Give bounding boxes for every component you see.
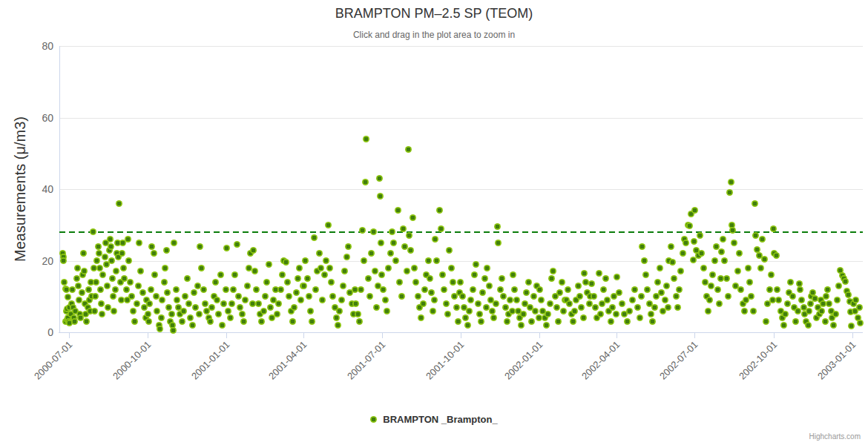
data-point[interactable] <box>275 300 282 307</box>
data-point[interactable] <box>671 275 677 282</box>
data-point[interactable] <box>832 311 839 317</box>
data-point[interactable] <box>494 223 501 230</box>
data-point[interactable] <box>457 279 464 286</box>
data-point[interactable] <box>490 314 497 321</box>
data-point[interactable] <box>766 286 773 293</box>
data-point[interactable] <box>530 293 537 300</box>
data-point[interactable] <box>227 314 234 321</box>
data-point[interactable] <box>662 297 668 303</box>
data-point[interactable] <box>752 200 758 207</box>
data-point[interactable] <box>151 250 157 257</box>
data-point[interactable] <box>99 271 106 278</box>
data-point[interactable] <box>61 279 68 286</box>
data-point[interactable] <box>237 304 243 311</box>
data-point[interactable] <box>108 257 115 264</box>
data-point[interactable] <box>421 286 428 293</box>
data-point[interactable] <box>173 286 180 293</box>
data-point[interactable] <box>376 175 383 182</box>
data-point[interactable] <box>228 300 235 307</box>
data-point[interactable] <box>830 322 837 329</box>
data-point[interactable] <box>565 286 571 293</box>
data-point[interactable] <box>85 286 92 293</box>
data-point[interactable] <box>125 257 132 264</box>
data-point[interactable] <box>157 326 163 332</box>
data-point[interactable] <box>179 318 185 325</box>
data-point[interactable] <box>113 268 119 274</box>
data-point[interactable] <box>207 318 214 325</box>
data-point[interactable] <box>187 314 194 321</box>
data-point[interactable] <box>736 250 743 257</box>
data-point[interactable] <box>545 311 551 317</box>
data-point[interactable] <box>737 286 744 293</box>
data-point[interactable] <box>566 300 573 307</box>
data-point[interactable] <box>135 283 142 289</box>
data-point[interactable] <box>486 283 493 289</box>
data-point[interactable] <box>427 275 433 282</box>
data-point[interactable] <box>74 265 81 271</box>
data-point[interactable] <box>697 232 703 239</box>
data-point[interactable] <box>289 318 296 325</box>
data-point[interactable] <box>180 308 187 314</box>
data-point[interactable] <box>359 227 366 234</box>
data-point[interactable] <box>263 279 270 286</box>
data-point[interactable] <box>676 286 683 293</box>
data-point[interactable] <box>504 318 510 325</box>
data-point[interactable] <box>462 314 469 321</box>
data-point[interactable] <box>297 297 304 303</box>
data-point[interactable] <box>789 293 796 300</box>
data-point[interactable] <box>219 322 226 329</box>
data-point[interactable] <box>648 311 654 317</box>
data-point[interactable] <box>728 179 734 185</box>
data-point[interactable] <box>158 314 165 321</box>
data-point[interactable] <box>104 283 111 289</box>
data-point[interactable] <box>663 283 670 289</box>
data-point[interactable] <box>677 268 684 274</box>
data-point[interactable] <box>782 311 789 317</box>
data-point[interactable] <box>220 300 227 307</box>
data-point[interactable] <box>136 240 142 246</box>
data-point[interactable] <box>708 283 714 289</box>
data-point[interactable] <box>215 311 222 317</box>
data-point[interactable] <box>555 318 562 325</box>
data-point[interactable] <box>372 268 378 274</box>
data-point[interactable] <box>439 271 446 278</box>
data-point[interactable] <box>163 247 170 254</box>
data-point[interactable] <box>596 270 602 277</box>
data-point[interactable] <box>116 200 122 207</box>
data-point[interactable] <box>168 311 175 317</box>
data-point[interactable] <box>543 322 550 329</box>
data-point[interactable] <box>431 297 438 303</box>
data-point[interactable] <box>279 271 286 278</box>
data-point[interactable] <box>373 304 380 311</box>
data-point[interactable] <box>286 293 292 300</box>
data-point[interactable] <box>698 250 705 257</box>
data-point[interactable] <box>637 314 643 321</box>
data-point[interactable] <box>570 318 576 325</box>
data-point[interactable] <box>378 240 384 246</box>
data-point[interactable] <box>407 247 414 254</box>
data-point[interactable] <box>842 278 849 285</box>
data-point[interactable] <box>428 289 435 296</box>
data-point[interactable] <box>624 318 631 325</box>
data-point[interactable] <box>511 286 518 293</box>
data-point[interactable] <box>380 286 387 293</box>
data-point[interactable] <box>631 286 638 293</box>
data-point[interactable] <box>244 283 251 289</box>
data-point[interactable] <box>400 225 407 232</box>
data-point[interactable] <box>641 257 648 264</box>
data-point[interactable] <box>274 311 280 317</box>
data-point[interactable] <box>148 243 155 250</box>
data-point[interactable] <box>848 323 855 329</box>
data-point[interactable] <box>857 320 864 326</box>
data-point[interactable] <box>600 286 607 293</box>
data-point[interactable] <box>148 286 154 293</box>
data-point[interactable] <box>338 297 345 303</box>
data-point[interactable] <box>217 271 224 278</box>
data-point[interactable] <box>131 318 138 325</box>
data-point[interactable] <box>92 293 99 300</box>
data-point[interactable] <box>107 236 114 243</box>
data-point[interactable] <box>234 241 240 248</box>
data-point[interactable] <box>835 283 842 289</box>
data-point[interactable] <box>559 279 565 286</box>
data-point[interactable] <box>444 311 451 317</box>
